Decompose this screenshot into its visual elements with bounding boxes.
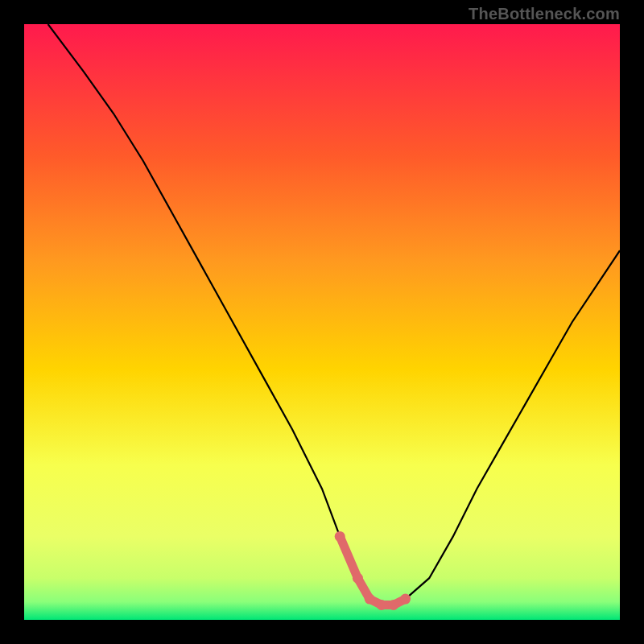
- plot-area: [24, 24, 620, 620]
- curve-layer: [24, 24, 620, 620]
- watermark-text: TheBottleneck.com: [469, 5, 620, 23]
- trough-point: [335, 531, 345, 542]
- bottleneck-curve: [48, 24, 620, 605]
- trough-point: [365, 594, 375, 605]
- chart-container: TheBottleneck.com: [0, 0, 644, 644]
- trough-point: [388, 600, 398, 610]
- trough-point: [377, 600, 387, 610]
- trough-point: [400, 594, 411, 605]
- trough-point: [353, 573, 363, 584]
- trough-highlight: [340, 536, 405, 605]
